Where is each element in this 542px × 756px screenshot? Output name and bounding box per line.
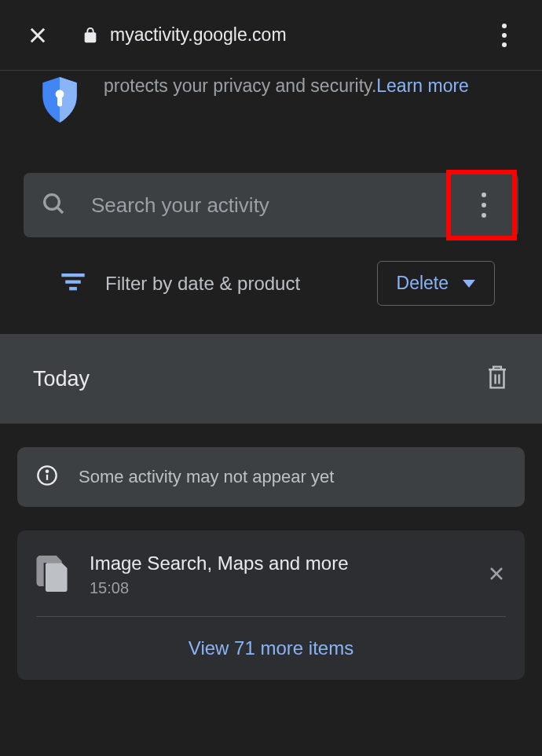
delete-label: Delete: [397, 273, 449, 294]
browser-menu-icon[interactable]: [490, 21, 518, 50]
lock-icon: [82, 27, 99, 44]
svg-rect-8: [69, 287, 77, 290]
delete-button[interactable]: Delete: [377, 261, 495, 306]
activity-time: 15:08: [90, 579, 487, 597]
trash-icon[interactable]: [485, 364, 509, 394]
browser-address-bar: myactivity.google.com: [0, 0, 542, 71]
url-text[interactable]: myactivity.google.com: [110, 24, 287, 46]
filter-row: Filter by date & product Delete: [24, 237, 518, 334]
search-bar: [24, 173, 518, 237]
privacy-banner: protects your privacy and security. Lear…: [0, 79, 542, 149]
today-header: Today: [0, 334, 542, 424]
search-options-icon[interactable]: [467, 188, 501, 222]
filter-label[interactable]: Filter by date & product: [105, 273, 300, 295]
activity-card: Image Search, Maps and more 15:08 View 7…: [17, 530, 525, 680]
svg-rect-6: [61, 273, 84, 277]
svg-point-4: [45, 195, 60, 210]
search-input[interactable]: [91, 193, 467, 218]
svg-point-13: [46, 471, 48, 472]
info-banner: Some activity may not appear yet: [17, 447, 525, 507]
today-title: Today: [33, 367, 90, 391]
svg-rect-3: [57, 96, 62, 106]
pages-icon: [36, 556, 68, 595]
shield-icon: [39, 77, 80, 126]
activity-close-icon[interactable]: [487, 564, 506, 586]
info-icon: [36, 464, 58, 490]
close-icon[interactable]: [24, 21, 52, 50]
learn-more-link[interactable]: Learn more: [376, 72, 469, 100]
svg-rect-7: [65, 280, 81, 283]
activity-title: Image Search, Maps and more: [90, 552, 487, 574]
filter-icon[interactable]: [61, 273, 85, 294]
chevron-down-icon: [463, 280, 475, 288]
view-more-link[interactable]: View 71 more items: [17, 617, 525, 680]
activity-item[interactable]: Image Search, Maps and more 15:08: [17, 530, 525, 616]
privacy-text: protects your privacy and security. Lear…: [104, 79, 469, 106]
info-text: Some activity may not appear yet: [79, 467, 334, 487]
svg-line-5: [57, 207, 63, 213]
search-icon: [41, 191, 66, 219]
